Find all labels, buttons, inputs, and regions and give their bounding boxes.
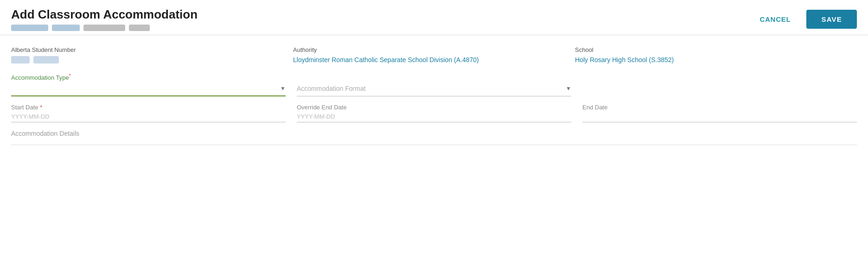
type-format-inner: Accommodation Type* ▼ Accommodation Form… (11, 73, 857, 96)
accommodation-type-group: Accommodation Type* ▼ (11, 73, 286, 96)
student-number-col: Alberta Student Number (11, 46, 293, 63)
accommodation-type-label: Accommodation Type* (11, 73, 286, 81)
start-date-input[interactable]: YYYY-MM-DD (11, 113, 286, 122)
start-date-label: Start Date * (11, 104, 286, 111)
student-number-value (11, 56, 293, 63)
accommodation-format-placeholder: Accommodation Format (297, 85, 564, 92)
header-actions: CANCEL SAVE (751, 10, 857, 29)
breadcrumb-item-4 (129, 25, 150, 31)
info-row: Alberta Student Number Authority Lloydmi… (11, 46, 857, 63)
accommodation-type-chevron-icon: ▼ (280, 85, 286, 92)
authority-label: Authority (293, 46, 575, 53)
authority-value: Lloydminster Roman Catholic Separate Sch… (293, 56, 575, 63)
blur-1 (11, 56, 30, 63)
type-format-row: Accommodation Type* ▼ Accommodation Form… (11, 73, 857, 96)
override-end-date-label: Override End Date (297, 104, 571, 111)
school-label: School (575, 46, 857, 53)
authority-col: Authority Lloydminster Roman Catholic Se… (293, 46, 575, 63)
accommodation-details-label: Accommodation Details (11, 130, 857, 137)
start-date-placeholder: YYYY-MM-DD (11, 113, 50, 120)
accommodation-format-label (297, 75, 571, 82)
save-button[interactable]: SAVE (806, 10, 857, 29)
school-value: Holy Rosary High School (S.3852) (575, 56, 857, 63)
accommodation-details-row: Accommodation Details (11, 130, 857, 145)
form-area: Alberta Student Number Authority Lloydmi… (0, 35, 868, 145)
end-date-value (582, 113, 857, 122)
start-date-required: * (38, 104, 43, 111)
page-header: Add Classroom Accommodation CANCEL SAVE (0, 0, 868, 35)
accommodation-format-group: Accommodation Format ▼ (297, 75, 571, 96)
header-left: Add Classroom Accommodation (11, 7, 198, 31)
accommodation-type-select[interactable]: ▼ (11, 83, 286, 96)
override-end-date-input[interactable]: YYYY-MM-DD (297, 113, 571, 122)
student-number-label: Alberta Student Number (11, 46, 293, 53)
accommodation-format-select[interactable]: Accommodation Format ▼ (297, 83, 571, 96)
authority-link[interactable]: Lloydminster Roman Catholic Separate Sch… (293, 56, 479, 63)
breadcrumb-item-1 (11, 25, 48, 31)
start-date-group: Start Date * YYYY-MM-DD (11, 104, 286, 122)
cancel-button[interactable]: CANCEL (751, 11, 799, 28)
school-link[interactable]: Holy Rosary High School (S.3852) (575, 56, 674, 63)
date-row: Start Date * YYYY-MM-DD Override End Dat… (11, 104, 857, 122)
accommodation-format-chevron-icon: ▼ (566, 85, 571, 92)
breadcrumb-item-2 (52, 25, 80, 31)
school-col: School Holy Rosary High School (S.3852) (575, 46, 857, 63)
blur-2 (33, 56, 59, 63)
end-date-placeholder (582, 113, 584, 120)
breadcrumb (11, 25, 198, 31)
breadcrumb-item-3 (83, 25, 125, 31)
end-date-group: End Date (582, 104, 857, 122)
page-title: Add Classroom Accommodation (11, 7, 198, 22)
accommodation-format-label-text (297, 75, 299, 82)
override-end-date-group: Override End Date YYYY-MM-DD (297, 104, 571, 122)
end-date-label: End Date (582, 104, 857, 111)
override-end-date-placeholder: YYYY-MM-DD (297, 113, 335, 120)
